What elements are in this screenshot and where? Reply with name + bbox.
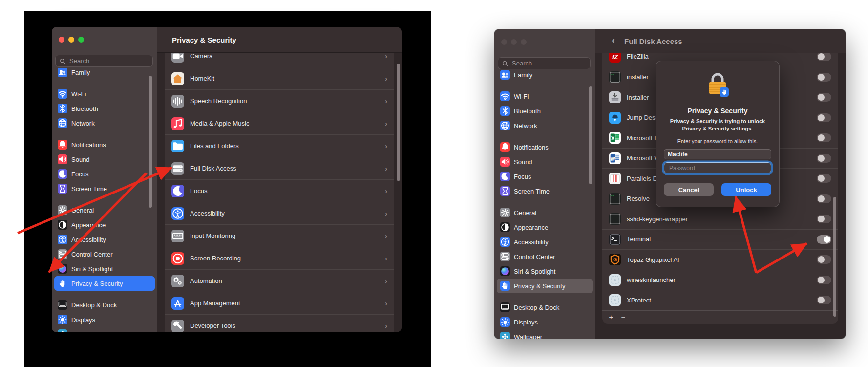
- password-field[interactable]: Password: [664, 162, 771, 173]
- sidebar-item-control-center[interactable]: Control Center: [54, 247, 155, 261]
- sidebar-group: NotificationsSoundFocusScreen Time: [54, 137, 155, 196]
- sidebar-item-general[interactable]: General: [54, 203, 155, 217]
- sidebar-group: GeneralAppearanceAccessibilityControl Ce…: [54, 203, 155, 291]
- privacy-row-automation[interactable]: Automation ›: [165, 269, 394, 292]
- sidebar-item-appearance[interactable]: Appearance: [497, 220, 593, 235]
- sidebar-item-screen-time[interactable]: Screen Time: [54, 181, 155, 196]
- sidebar-item-sound[interactable]: Sound: [54, 152, 155, 167]
- privacy-row-speech-recognition[interactable]: Speech Recognition ›: [165, 89, 394, 112]
- privacy-row-files-and-folders[interactable]: Files and Folders ›: [165, 134, 394, 157]
- close-icon[interactable]: [59, 37, 64, 43]
- privacy-row-camera[interactable]: Camera ›: [165, 52, 394, 67]
- close-icon[interactable]: [501, 39, 507, 45]
- sidebar-item-label: Family: [71, 69, 90, 76]
- privacy-row-homekit[interactable]: HomeKit ›: [165, 67, 394, 89]
- inputmon-icon: [171, 230, 184, 242]
- search-field[interactable]: [55, 55, 153, 67]
- sidebar-item-general[interactable]: General: [497, 205, 593, 220]
- sidebar-item-desktop-dock[interactable]: Desktop & Dock: [497, 300, 593, 315]
- notifications-icon: [58, 140, 67, 150]
- search-input[interactable]: [68, 57, 148, 65]
- privacy-row-media-apple-music[interactable]: Media & Apple Music ›: [165, 112, 394, 134]
- sidebar-item-notifications[interactable]: Notifications: [497, 140, 593, 154]
- sidebar-item-accessibility[interactable]: Accessibility: [497, 235, 593, 249]
- access-toggle[interactable]: [817, 255, 831, 264]
- privacy-row-focus[interactable]: Focus ›: [165, 179, 394, 202]
- access-toggle[interactable]: [817, 113, 831, 122]
- sidebar-item-wallpaper[interactable]: Wallpaper: [497, 329, 593, 339]
- unlock-button[interactable]: Unlock: [721, 183, 771, 196]
- topaz-icon: G: [609, 254, 621, 265]
- sidebar-item-displays[interactable]: Displays: [54, 312, 155, 327]
- row-label: App Management: [190, 300, 379, 307]
- sidebar-item-displays[interactable]: Displays: [497, 315, 593, 329]
- sidebar-item-network[interactable]: Network: [497, 118, 593, 133]
- username-field[interactable]: Maclife: [664, 149, 771, 159]
- sidebar-item-privacy-security[interactable]: Privacy & Security: [54, 276, 155, 291]
- sidebar-item-network[interactable]: Network: [54, 116, 155, 130]
- sidebar-item-siri-spotlight[interactable]: Siri & Spotlight: [54, 261, 155, 276]
- sidebar-item-sound[interactable]: Sound: [497, 154, 593, 169]
- sidebar-item-wi-fi[interactable]: Wi-Fi: [497, 89, 593, 104]
- pale-icon: [609, 274, 621, 286]
- content-scrollbar[interactable]: [397, 64, 400, 181]
- sidebar-item-focus[interactable]: Focus: [497, 169, 593, 184]
- sidebar-item-privacy-security[interactable]: Privacy & Security: [497, 279, 593, 293]
- sidebar-item-bluetooth[interactable]: Bluetooth: [54, 101, 155, 116]
- sidebar-item-screen-time[interactable]: Screen Time: [497, 184, 593, 198]
- access-toggle[interactable]: [817, 174, 831, 183]
- zoom-icon[interactable]: [521, 39, 527, 45]
- access-toggle[interactable]: [817, 276, 831, 284]
- sidebar-item-desktop-dock[interactable]: Desktop & Dock: [54, 298, 155, 312]
- privacy-row-screen-recording[interactable]: Screen Recording ›: [165, 247, 394, 269]
- minimize-icon[interactable]: [511, 39, 517, 45]
- search-field[interactable]: [498, 57, 591, 69]
- parallels-icon: [609, 173, 621, 184]
- remove-app-button[interactable]: −: [617, 311, 629, 324]
- sidebar-item-wi-fi[interactable]: Wi-Fi: [54, 86, 155, 101]
- privacy-row-app-management[interactable]: App Management ›: [165, 292, 394, 314]
- privacy-row-input-monitoring[interactable]: Input Monitoring ›: [165, 224, 394, 247]
- access-toggle[interactable]: [817, 215, 831, 223]
- sidebar-item-family[interactable]: Family: [54, 68, 155, 80]
- unlock-dialog: Privacy & Security Privacy & Security is…: [656, 61, 780, 207]
- back-chevron-icon[interactable]: ‹: [612, 34, 615, 47]
- sound-icon: [58, 154, 67, 164]
- svg-text:X: X: [611, 135, 615, 141]
- access-toggle[interactable]: [817, 53, 831, 61]
- sidebar-item-label: Wi-Fi: [514, 93, 529, 100]
- minimize-icon[interactable]: [68, 37, 74, 43]
- sidebar-item-bluetooth[interactable]: Bluetooth: [497, 104, 593, 118]
- access-toggle[interactable]: [817, 194, 831, 203]
- access-toggle[interactable]: [817, 296, 831, 304]
- add-app-button[interactable]: +: [605, 311, 617, 324]
- sidebar-item-control-center[interactable]: Control Center: [497, 249, 593, 264]
- privacy-row-developer-tools[interactable]: Developer Tools ›: [165, 314, 394, 332]
- sidebar-item-appearance[interactable]: Appearance: [54, 217, 155, 232]
- displays-icon: [58, 315, 67, 324]
- access-toggle[interactable]: [817, 154, 831, 163]
- content-scrollbar[interactable]: [833, 197, 836, 317]
- zoom-icon[interactable]: [78, 37, 84, 43]
- sidebar-item-wallpaper[interactable]: Wallpaper: [54, 327, 155, 332]
- privacy-row-accessibility[interactable]: Accessibility ›: [165, 202, 394, 224]
- sidebar-scrollbar[interactable]: [149, 76, 152, 208]
- privacy-row-full-disk-access[interactable]: Full Disk Access ›: [165, 157, 394, 179]
- access-toggle[interactable]: [817, 73, 831, 82]
- sidebar-item-notifications[interactable]: Notifications: [54, 137, 155, 152]
- access-toggle[interactable]: [817, 133, 831, 142]
- sidebar-item-siri-spotlight[interactable]: Siri & Spotlight: [497, 264, 593, 279]
- search-input[interactable]: [511, 59, 586, 67]
- sidebar-group: Desktop & DockDisplaysWallpaper: [54, 298, 155, 332]
- access-toggle[interactable]: [817, 235, 831, 244]
- app-label: Terminal: [627, 236, 811, 243]
- sidebar-item-focus[interactable]: Focus: [54, 167, 155, 181]
- access-toggle[interactable]: [817, 93, 831, 102]
- media-icon: [171, 117, 184, 130]
- cancel-button[interactable]: Cancel: [664, 183, 714, 196]
- sidebar-item-family[interactable]: Family: [497, 70, 593, 82]
- toggle-knob: [818, 297, 825, 303]
- sidebar-item-accessibility[interactable]: Accessibility: [54, 232, 155, 247]
- sidebar-scrollbar[interactable]: [589, 86, 592, 184]
- toggle-knob: [818, 277, 825, 283]
